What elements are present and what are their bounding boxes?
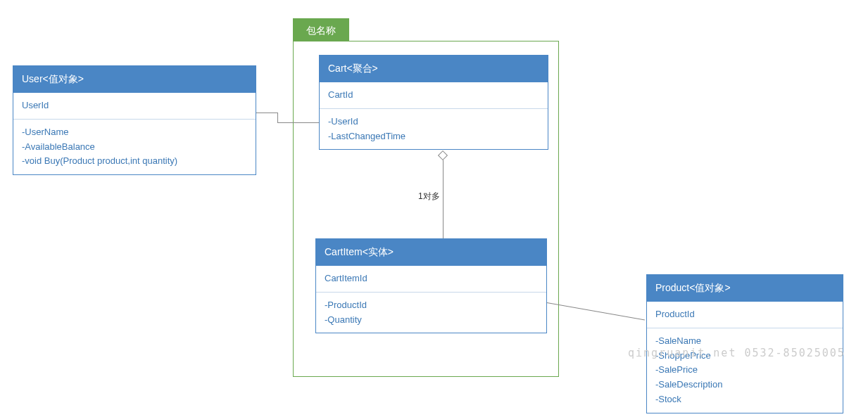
entity-cart-attr: -LastChangedTime <box>328 129 539 144</box>
connector-user-cart <box>256 113 277 113</box>
entity-cartitem: CartItem<实体> CartItemId -ProductId -Quan… <box>315 238 547 333</box>
entity-cart-header: Cart<聚合> <box>320 56 548 82</box>
connector-cart-cartitem-label: 1对多 <box>417 191 441 203</box>
entity-cartitem-id: CartItemId <box>316 266 546 292</box>
entity-cartitem-attr: -ProductId <box>325 298 538 313</box>
entity-user-attr: -UserName <box>22 125 247 140</box>
entity-cartitem-header: CartItem<实体> <box>316 239 546 266</box>
package-label: 包名称 <box>306 25 336 36</box>
entity-cart-attr: -UserId <box>328 115 539 129</box>
entity-cartitem-attr: -Quantity <box>325 313 538 328</box>
watermark-text: qingruanit.net 0532-85025005 <box>628 347 845 359</box>
connector-cartitem-product <box>547 302 645 320</box>
connector-user-cart <box>277 122 319 123</box>
entity-product-attr: -SalePrice <box>655 363 834 378</box>
entity-user-attr: -AvailableBalance <box>22 140 247 155</box>
entity-product-attr: -SaleDescription <box>655 378 834 392</box>
entity-cart-attrs: -UserId -LastChangedTime <box>320 108 548 150</box>
entity-user: User<值对象> UserId -UserName -AvailableBal… <box>13 65 256 175</box>
entity-product-attr: -Stock <box>655 392 834 407</box>
entity-product-id: ProductId <box>647 302 843 328</box>
entity-user-attrs: -UserName -AvailableBalance -void Buy(Pr… <box>13 119 256 174</box>
entity-user-header: User<值对象> <box>13 66 256 93</box>
package-tab: 包名称 <box>293 18 349 44</box>
entity-cartitem-attrs: -ProductId -Quantity <box>316 292 546 333</box>
entity-product-attrs: -SaleName -ShoppePrice -SalePrice -SaleD… <box>647 328 843 413</box>
connector-cart-cartitem <box>443 151 444 238</box>
entity-user-id: UserId <box>13 93 256 119</box>
entity-cart: Cart<聚合> CartId -UserId -LastChangedTime <box>319 55 548 150</box>
entity-user-attr: -void Buy(Product product,int quantity) <box>22 154 247 169</box>
entity-product-header: Product<值对象> <box>647 275 843 302</box>
connector-user-cart <box>277 113 278 122</box>
entity-product: Product<值对象> ProductId -SaleName -Shoppe… <box>646 274 843 413</box>
entity-cart-id: CartId <box>320 82 548 108</box>
